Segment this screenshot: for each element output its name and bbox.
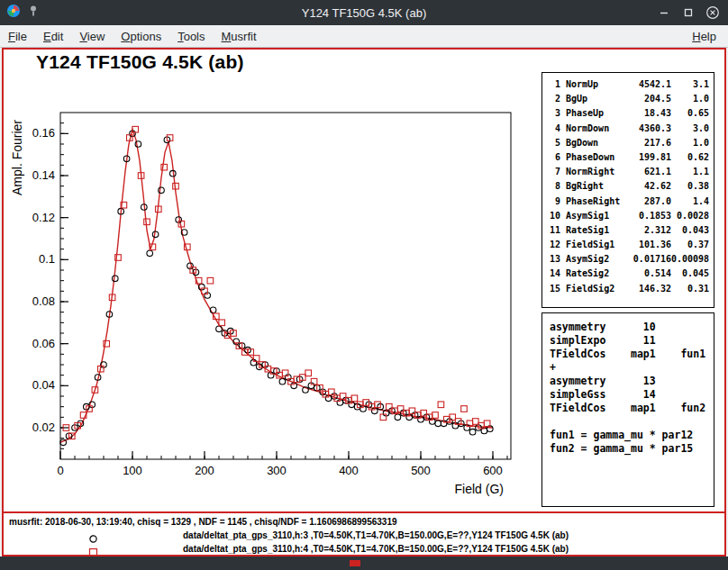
theory-line	[550, 415, 714, 429]
theory-line: simplExpo 11	[550, 334, 714, 348]
x-tick-label: 400	[339, 464, 359, 477]
param-row: 11RateSig12.3120.043	[547, 223, 712, 238]
param-row: 2BgUp204.51.0	[547, 92, 712, 106]
legend-text: data/deltat_pta_gps_3110,h:4 ,T0=4.50K,T…	[183, 544, 569, 554]
theory-line: +	[550, 361, 714, 375]
menu-item-help[interactable]: Help	[684, 28, 724, 45]
theory-line: TFieldCos map1 fun1	[550, 348, 714, 361]
theory-line: asymmetry 13	[550, 375, 714, 388]
param-row: 3PhaseUp18.430.65	[547, 106, 712, 121]
param-row: 15FieldSig2146.320.31	[547, 282, 712, 296]
menubar: FileEditViewOptionsToolsMusrfit Help	[0, 25, 728, 48]
param-row: 5BgDown217.61.0	[547, 136, 712, 150]
theory-line: fun1 = gamma_mu * par12	[550, 429, 714, 442]
pin-icon[interactable]	[27, 5, 40, 21]
x-tick-label: 500	[411, 464, 431, 477]
theory-line: TFieldCos map1 fun2	[550, 402, 714, 415]
legend-item: data/deltat_pta_gps_3110,h:4 ,T0=4.50K,T…	[4, 543, 724, 556]
param-row: 12FieldSig1101.360.37	[547, 238, 712, 252]
fourier-amplitude-plot[interactable]: 01002003004005006000.020.040.060.080.10.…	[4, 100, 544, 507]
param-row: 8BgRight42.620.38	[547, 179, 712, 194]
y-tick-label: 0.12	[32, 211, 55, 224]
x-tick-label: 600	[483, 464, 503, 477]
menu-item-musrfit[interactable]: Musrfit	[214, 28, 265, 45]
fit-parameters-box: 1NormUp4542.13.12BgUp204.51.03PhaseUp18.…	[541, 72, 714, 308]
menu-item-file[interactable]: File	[0, 28, 35, 45]
menu-item-tools[interactable]: Tools	[169, 28, 213, 45]
y-axis-title: Ampl. Fourier	[10, 120, 24, 195]
window-title: Y124 TF150G 4.5K (ab)	[0, 6, 728, 20]
y-tick-label: 0.1	[39, 252, 55, 266]
y-tick-label: 0.08	[32, 294, 55, 308]
titlebar[interactable]: Y124 TF150G 4.5K (ab)	[0, 0, 728, 25]
theory-line: asymmetry 10	[550, 321, 714, 334]
y-tick-label: 0.16	[32, 126, 55, 140]
y-tick-label: 0.02	[32, 421, 55, 434]
plot-legend: data/deltat_pta_gps_3110,h:3 ,T0=4.50K,T…	[4, 529, 724, 556]
plot-title: Y124 TF150G 4.5K (ab)	[36, 51, 244, 73]
taskbar	[0, 556, 728, 570]
param-row: 4NormDown4360.33.0	[547, 122, 712, 136]
taskbar-item-indicator[interactable]	[350, 560, 360, 566]
x-tick-label: 200	[195, 464, 214, 477]
x-axis-title: Field (G)	[455, 482, 504, 496]
param-row: 10AsymSig10.18530.0028	[547, 209, 712, 223]
param-row: 9PhaseRight287.01.4	[547, 195, 712, 209]
pad-separator-line	[4, 511, 724, 513]
app-icon	[6, 4, 21, 22]
x-tick-label: 100	[123, 464, 142, 477]
x-tick-label: 0	[57, 464, 63, 477]
close-button[interactable]	[705, 5, 720, 20]
legend-text: data/deltat_pta_gps_3110,h:3 ,T0=4.50K,T…	[183, 530, 569, 540]
minimize-button[interactable]	[657, 5, 671, 20]
param-row: 13AsymSig20.017160.00098	[547, 252, 712, 267]
application-window: Y124 TF150G 4.5K (ab) FileEditViewOption…	[0, 0, 728, 570]
theory-line: simpleGss 14	[550, 388, 714, 402]
theory-function-box: asymmetry 10simplExpo 11TFieldCos map1 f…	[541, 312, 714, 507]
maximize-button[interactable]	[681, 5, 696, 20]
param-row: 14RateSig20.5140.045	[547, 267, 712, 281]
x-tick-label: 300	[267, 464, 287, 477]
param-row: 6PhaseDown199.810.62	[547, 150, 712, 165]
legend-item: data/deltat_pta_gps_3110,h:3 ,T0=4.50K,T…	[4, 529, 724, 543]
menu-item-view[interactable]: View	[71, 28, 113, 45]
y-tick-label: 0.04	[32, 378, 55, 392]
fit-info-text: musrfit: 2018-06-30, 13:19:40, chisq = 1…	[9, 517, 397, 527]
param-row: 1NormUp4542.13.1	[547, 77, 712, 92]
root-canvas[interactable]: Y124 TF150G 4.5K (ab) 010020030040050060…	[2, 48, 726, 556]
param-row: 7NormRight621.11.1	[547, 165, 712, 179]
menu-item-options[interactable]: Options	[113, 28, 169, 45]
y-tick-label: 0.06	[32, 337, 55, 350]
theory-line: fun2 = gamma_mu * par15	[550, 442, 714, 456]
y-tick-label: 0.14	[32, 168, 55, 182]
menu-right: Help	[684, 28, 724, 45]
menu-item-edit[interactable]: Edit	[35, 28, 71, 45]
menu-left: FileEditViewOptionsToolsMusrfit	[0, 28, 265, 45]
